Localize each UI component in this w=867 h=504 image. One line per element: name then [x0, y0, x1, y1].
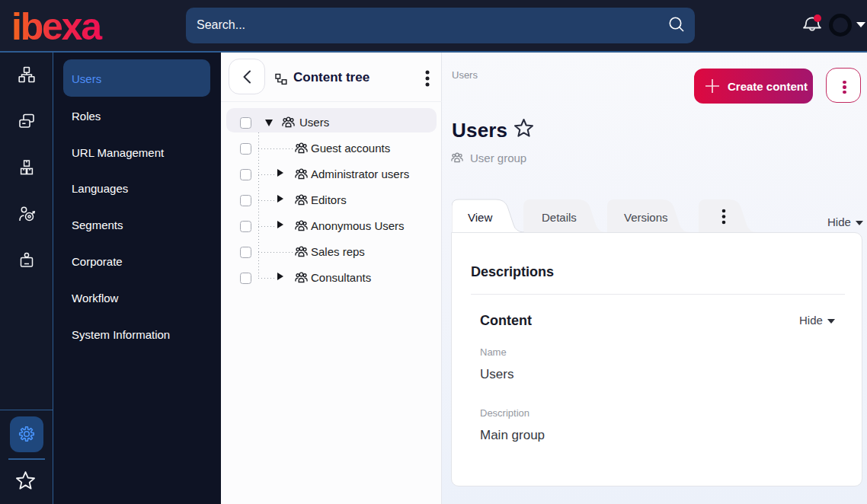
svg-text:View: View	[468, 210, 492, 223]
svg-text:Versions: Versions	[624, 210, 668, 223]
svg-text:Details: Details	[542, 210, 577, 223]
svg-text:ibexa: ibexa	[13, 8, 103, 43]
